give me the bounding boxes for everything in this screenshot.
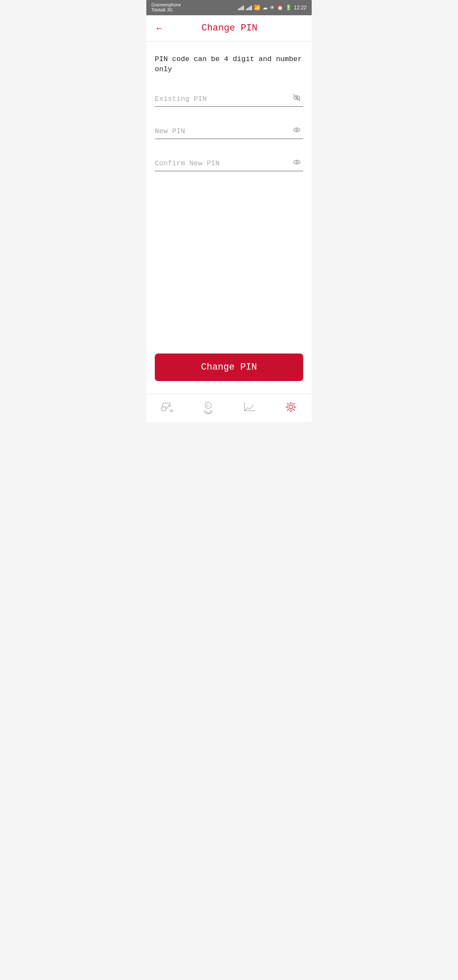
signal-icon-1 — [238, 5, 244, 10]
cloud-icon: ☁ — [263, 5, 268, 11]
new-pin-group — [155, 124, 303, 139]
status-bar: Grameenphone Teletalk 3G 📶 ☁ 👁 ⏰ 🔋 12: — [146, 0, 312, 15]
instruction-text: PIN code can be 4 digit and number only — [155, 54, 303, 75]
carrier2: Teletalk 3G — [151, 8, 181, 13]
page-title: Change PIN — [168, 23, 290, 33]
svg-point-12 — [289, 405, 293, 409]
main-content: PIN code can be 4 digit and number only — [146, 42, 312, 394]
carrier1: Grameenphone — [151, 3, 181, 8]
statistics-icon — [242, 399, 257, 415]
eye-status-icon: 👁 — [270, 5, 275, 11]
confirm-pin-input[interactable] — [155, 156, 303, 171]
svg-point-5 — [294, 160, 300, 164]
nav-item-statistics[interactable] — [242, 399, 257, 415]
svg-line-2 — [293, 94, 301, 101]
confirm-pin-group — [155, 156, 303, 171]
back-button[interactable]: ← — [155, 24, 164, 33]
nav-item-settings[interactable] — [283, 399, 299, 415]
existing-pin-toggle[interactable] — [292, 93, 302, 105]
eye-icon — [292, 93, 302, 103]
new-pin-toggle[interactable] — [292, 125, 302, 137]
svg-text:¥: ¥ — [207, 404, 209, 408]
header: ← Change PIN — [146, 15, 312, 42]
eye-icon — [292, 125, 302, 135]
status-icons: 📶 ☁ 👁 ⏰ 🔋 12:22 — [238, 5, 307, 11]
time-display: 12:22 — [294, 5, 307, 11]
svg-rect-7 — [161, 407, 166, 411]
svg-point-6 — [296, 161, 298, 163]
transfer-icon — [159, 399, 175, 415]
svg-point-3 — [294, 128, 300, 132]
existing-pin-group — [155, 92, 303, 107]
svg-point-13 — [288, 404, 294, 410]
confirm-pin-toggle[interactable] — [292, 158, 302, 169]
svg-point-4 — [296, 129, 298, 131]
signal-icon-2 — [246, 5, 252, 10]
wifi-icon: 📶 — [254, 5, 260, 11]
settings-icon — [283, 399, 299, 415]
battery-icon: 🔋 — [285, 5, 292, 11]
nav-item-transfer[interactable] — [159, 399, 175, 415]
new-pin-input[interactable] — [155, 124, 303, 139]
payment-icon: ¥ — [201, 399, 216, 415]
carrier-info: Grameenphone Teletalk 3G — [151, 3, 181, 13]
nav-item-payment[interactable]: ¥ — [201, 399, 216, 415]
alarm-icon: ⏰ — [277, 5, 283, 11]
existing-pin-input[interactable] — [155, 92, 303, 106]
bottom-navigation: ¥ — [146, 394, 312, 422]
change-pin-button[interactable]: Change PIN — [155, 354, 303, 381]
eye-icon — [292, 158, 302, 167]
